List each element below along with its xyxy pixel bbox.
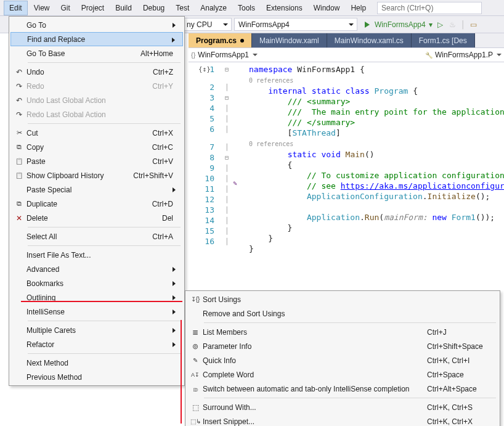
tab-label: Program.cs xyxy=(196,36,237,45)
submenu-item-shortcut: Ctrl+J xyxy=(427,328,495,337)
project-dropdown[interactable]: WinFormsApp4 xyxy=(234,18,357,31)
menu-item-delete[interactable]: DeleteDel xyxy=(10,211,183,225)
menu-item-refactor[interactable]: Refactor xyxy=(10,337,183,351)
chevron-right-icon xyxy=(173,309,178,314)
menu-extensions[interactable]: Extensions xyxy=(261,1,307,15)
menu-item-bookmarks[interactable]: Bookmarks xyxy=(10,276,183,290)
menu-item-label: Select All xyxy=(25,232,152,241)
menu-item-intellisense[interactable]: IntelliSense xyxy=(10,305,183,319)
chevron-right-icon xyxy=(173,187,178,192)
menu-item-shortcut: Ctrl+Z xyxy=(153,68,179,76)
menu-tools[interactable]: Tools xyxy=(233,1,260,15)
code-body[interactable]: namespace WinFormsApp1 { 0 references in… xyxy=(249,64,504,254)
submenu-item-remove-and-sort-usings[interactable]: Remove and Sort Usings xyxy=(187,306,498,321)
submenu-item-quick-info[interactable]: Quick InfoCtrl+K, Ctrl+I xyxy=(187,353,498,367)
menu-item-next-method[interactable]: Next Method xyxy=(10,356,183,370)
menu-analyze[interactable]: Analyze xyxy=(195,1,232,15)
menu-item-cut[interactable]: CutCtrl+X xyxy=(10,126,183,140)
submenu-item-surround-with-[interactable]: Surround With...Ctrl+K, Ctrl+S xyxy=(187,400,498,414)
submenu-item-list-members[interactable]: List MembersCtrl+J xyxy=(187,325,498,339)
submenu-item-sort-usings[interactable]: Sort Usings xyxy=(187,292,498,306)
submenu-item-insert-snippet-[interactable]: Insert Snippet...Ctrl+K, Ctrl+X xyxy=(187,414,498,426)
submenu-item-switch-between-automatic-and-tab-only-intellisense-completion[interactable]: Switch between automatic and tab-only In… xyxy=(187,382,498,396)
tab-form1-cs[interactable]: Form1.cs [Des xyxy=(412,33,475,47)
menu-git[interactable]: Git xyxy=(55,1,75,15)
tab-program-cs[interactable]: Program.cs xyxy=(189,33,252,47)
submenu-item-parameter-info[interactable]: Parameter InfoCtrl+Shift+Space xyxy=(187,339,498,353)
chevron-right-icon xyxy=(173,281,178,286)
references-label[interactable]: 0 references xyxy=(249,141,293,147)
submenu-item-label: Sort Usings xyxy=(201,295,495,304)
menu-view[interactable]: View xyxy=(29,1,55,15)
menu-item-multiple-carets[interactable]: Multiple Carets xyxy=(10,323,183,337)
play-outline-icon[interactable]: ▷ xyxy=(437,20,443,29)
menu-item-outlining[interactable]: Outlining xyxy=(10,290,183,305)
intellisense-submenu: Sort UsingsRemove and Sort UsingsList Me… xyxy=(185,290,500,426)
menu-item-advanced[interactable]: Advanced xyxy=(10,262,183,276)
breadcrumb-type[interactable]: WinFormsApp1.P xyxy=(435,51,502,59)
menu-item-shortcut: Ctrl+X xyxy=(152,129,179,137)
menu-edit[interactable]: Edit xyxy=(4,1,28,15)
menu-item-show-clipboard-history[interactable]: Show Clipboard HistoryCtrl+Shift+V xyxy=(10,168,183,182)
config-dropdown[interactable]: ny CPU xyxy=(182,18,232,31)
i-clip-icon xyxy=(13,172,25,179)
chevron-right-icon xyxy=(173,23,178,28)
submenu-item-shortcut: Ctrl+K, Ctrl+X xyxy=(427,417,495,426)
menu-build[interactable]: Build xyxy=(110,1,137,15)
wrench-icon xyxy=(425,51,433,59)
tab-mainwindow-xaml-cs[interactable]: MainWindow.xaml.cs xyxy=(327,33,412,47)
menu-item-label: Find and Replace xyxy=(26,35,179,44)
run-button[interactable]: WinFormsApp4 ▾ xyxy=(365,20,433,29)
menu-window[interactable]: Window xyxy=(309,1,345,15)
menu-item-go-to-base[interactable]: Go To BaseAlt+Home xyxy=(10,46,183,60)
menu-project[interactable]: Project xyxy=(76,1,109,15)
menu-item-insert-file-as-text-[interactable]: Insert File As Text... xyxy=(10,248,183,262)
menu-item-copy[interactable]: CopyCtrl+C xyxy=(10,140,183,154)
menu-item-previous-method[interactable]: Previous Method xyxy=(10,370,183,384)
run-label: WinFormsApp4 xyxy=(375,20,426,29)
submenu-item-label: Insert Snippet... xyxy=(201,417,427,426)
menu-item-label: Go To xyxy=(25,21,179,30)
menu-item-redo: RedoCtrl+Y xyxy=(10,79,183,93)
menu-item-go-to[interactable]: Go To xyxy=(10,18,183,32)
tab-mainwindow-xaml[interactable]: MainWindow.xaml xyxy=(252,33,327,47)
menu-item-label: Duplicate xyxy=(25,200,152,208)
menu-help[interactable]: Help xyxy=(346,1,371,15)
i-copy-icon xyxy=(13,143,25,151)
namespace-icon xyxy=(191,51,195,59)
menu-item-shortcut: Del xyxy=(162,214,179,223)
references-label[interactable]: 0 references xyxy=(249,77,293,84)
submenu-item-shortcut: Ctrl+Shift+Space xyxy=(427,342,495,351)
editor-tabs: Program.cs MainWindow.xaml MainWindow.xa… xyxy=(189,33,504,48)
folder-icon[interactable]: ▭ xyxy=(470,20,477,29)
fold-column[interactable]: ⊟ │ ⊟│││ │⊟ ││││ ││││ xyxy=(222,62,231,247)
submenu-item-label: Remove and Sort Usings xyxy=(201,309,495,318)
menu-item-duplicate[interactable]: DuplicateCtrl+D xyxy=(10,197,183,211)
menu-item-label: Undo xyxy=(25,68,153,76)
i-param-icon xyxy=(189,342,201,351)
menu-item-paste-special[interactable]: Paste Special xyxy=(10,182,183,197)
submenu-item-complete-word[interactable]: Complete WordCtrl+Space xyxy=(187,367,498,382)
i-surround-icon xyxy=(189,403,201,412)
hotreload-icon[interactable]: ♨ xyxy=(449,20,456,29)
menu-test[interactable]: Test xyxy=(171,1,194,15)
edit-menu: Go ToFind and ReplaceGo To BaseAlt+HomeU… xyxy=(9,16,185,386)
menu-debug[interactable]: Debug xyxy=(138,1,169,15)
chevron-right-icon xyxy=(173,295,178,300)
menu-item-label: Go To Base xyxy=(25,49,140,58)
menu-item-select-all[interactable]: Select AllCtrl+A xyxy=(10,229,183,244)
i-dup-icon xyxy=(13,200,25,208)
menu-item-label: Previous Method xyxy=(25,373,179,382)
submenu-item-label: Surround With... xyxy=(201,403,427,412)
breadcrumb-project[interactable]: WinFormsApp1 xyxy=(198,51,258,59)
menu-item-paste[interactable]: PasteCtrl+V xyxy=(10,154,183,168)
i-redo-icon xyxy=(13,82,25,91)
menu-item-shortcut: Ctrl+C xyxy=(152,143,179,152)
i-snippet-icon xyxy=(189,418,201,425)
menu-item-find-and-replace[interactable]: Find and Replace xyxy=(10,32,183,46)
search-input[interactable]: Search (Ctrl+Q) xyxy=(377,2,482,14)
brush-icon[interactable]: ✎ xyxy=(233,179,237,187)
menu-item-undo[interactable]: UndoCtrl+Z xyxy=(10,65,183,79)
menu-item-label: Show Clipboard History xyxy=(25,171,133,180)
i-undo-icon xyxy=(13,68,25,76)
